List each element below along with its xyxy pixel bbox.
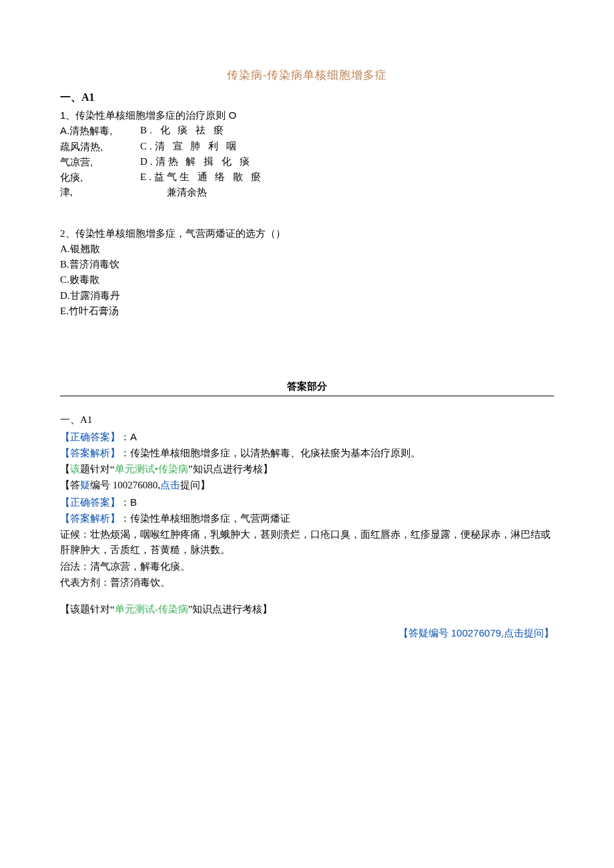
ans2-jiexi-text: ：传染性单核细胞增多症，气营两燔证 [120,513,290,524]
ans2-jiexi-label: 【答案解析】 [60,513,120,524]
q1-right-3: E.益气生 通 络 散 瘀 [140,169,264,185]
q1-left-4: 津, [60,185,140,200]
ans2-correct: 【正确答案】：B [60,494,554,510]
q1-left-2: 气凉营, [60,154,140,169]
ans2-jiexi: 【答案解析】：传染性单核细胞增多症，气营两燔证 [60,511,554,526]
ans1-jiexi-text: ：传染性单核细胞增多症，以清热解毒、化痰祛瘀为基本治疗原则。 [120,448,420,458]
ans1-topic-mid: 题针对“ [80,464,115,474]
question-2: 2、传染性单核细胞增多症，气营两燔证的选方（） A.银翘散 B.普济消毒饮 C.… [60,226,554,320]
ans1-topic-post: ”知识点进行考核】 [188,464,273,474]
section-a1-head: 一、A1 [60,89,554,106]
ans1-jiexi-label: 【答案解析】 [60,448,120,458]
ans1-doubt: 【答疑编号 100276080,点击提问】 [60,478,554,493]
answers-head: 答案部分 [287,379,327,394]
q1-stem: 1、传染性单核细胞增多症的治疗原则 O [60,107,554,123]
ans2-line-1: 治法：清气凉营，解毒化痰。 [60,559,554,574]
q1-left-3: 化痰, [60,169,140,185]
ans1-doubt-pre: 【答 [60,480,80,490]
ans1-correct: 【正确答案】：A [60,429,554,445]
q2-opt-e: E.竹叶石膏汤 [60,304,554,319]
ans2-topic-link[interactable]: 单元测试-传染病 [115,604,188,614]
ans2-correct-val: ：B [120,496,137,508]
q1-right-4: 兼清余热 [167,185,207,200]
ans2-footer-num: 100276079, [451,627,504,638]
answers-block: 一、A1 【正确答案】：A 【答案解析】：传染性单核细胞增多症，以清热解毒、化痰… [60,412,554,641]
ans2-correct-label: 【正确答案】 [60,497,120,508]
ans1-topic-pre: 【 [60,464,70,474]
ans1-doubt-mid1: 编号 100276080, [90,480,160,490]
q2-opt-b: B.普济消毒饮 [60,257,554,272]
ans1-correct-label: 【正确答案】 [60,432,120,442]
ans1-topic-gai: 该 [70,464,80,474]
q1-right-0: B. 化 痰 祛 瘀 [140,123,226,138]
ans2-topic-pre: 【该题针对“ [60,604,115,614]
q2-opt-d: D.甘露消毒丹 [60,288,554,304]
ans2-footer-post: 】 [544,628,554,638]
ans2-topic: 【该题针对“单元测试-传染病”知识点进行考核】 [60,602,554,617]
ans1-doubt-post: 提问】 [180,480,210,490]
ans2-line-2: 代表方剂：普济消毒饮。 [60,575,554,590]
q1-left-1: 疏风清热, [60,139,140,154]
ans1-doubt-yi: 疑 [80,480,90,490]
ans1-jiexi: 【答案解析】：传染性单核细胞增多症，以清热解毒、化痰祛瘀为基本治疗原则。 [60,446,554,461]
q2-stem: 2、传染性单核细胞增多症，气营两燔证的选方（） [60,226,554,242]
ans2-topic-post: ”知识点进行考核】 [188,604,273,614]
ans1-topic-link[interactable]: 单元测试•传染病 [115,464,188,474]
ans2-footer-link[interactable]: 点击提问 [504,628,544,638]
ans2-line-0: 证候：壮热烦渴，咽喉红肿疼痛，乳蛾肿大，甚则溃烂，口疮口臭，面红唇赤，红疹显露，… [60,527,554,558]
question-1: 1、传染性单核细胞增多症的治疗原则 O A.清热解毒, B. 化 痰 祛 瘀 疏… [60,107,554,201]
ans1-topic: 【该题针对“单元测试•传染病”知识点进行考核】 [60,462,554,477]
q1-right-2: D.清热 解 揖 化 痰 [140,154,252,169]
q1-left-0: A.清热解毒, [60,123,140,138]
answers-divider: 答案部分 [60,379,554,396]
ans1-doubt-link[interactable]: 点击 [160,480,180,490]
ans2-footer: 【答疑编号 100276079,点击提问】 [60,625,554,641]
q2-opt-a: A.银翘散 [60,242,554,257]
doc-title: 传染病-传染病单核细胞增多症 [60,67,554,84]
q1-right-1: C.清 宣 肺 利 咽 [140,139,239,154]
ans-sec-head: 一、A1 [60,412,554,428]
ans2-footer-pre: 【答疑编号 [398,628,451,638]
q2-opt-c: C.败毒散 [60,272,554,288]
ans1-correct-val: ：A [120,431,137,442]
